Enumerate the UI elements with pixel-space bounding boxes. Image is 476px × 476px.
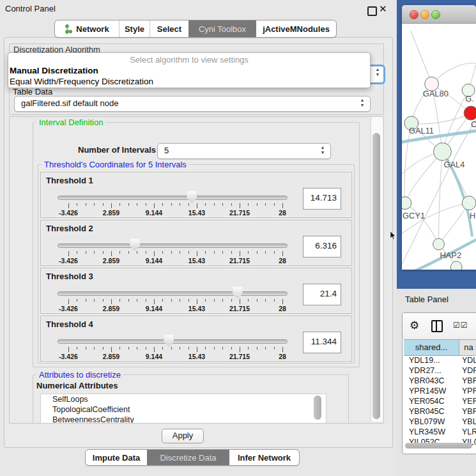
network-edge[interactable] <box>432 63 476 84</box>
select-columns-icon[interactable]: ☑☑ <box>453 321 468 330</box>
table-data-combobox[interactable]: galFiltered.sif default node ▲▼ <box>14 96 371 112</box>
tab-style[interactable]: Style <box>119 20 150 37</box>
shared-name-cell[interactable]: YBR045C <box>404 406 459 417</box>
algorithm-popup-item-manual[interactable]: Manual Discretization <box>10 66 98 75</box>
table-row[interactable]: YLR345WYLR3 <box>404 427 476 437</box>
table-row[interactable]: YBR043CYBR0 <box>404 376 476 386</box>
threshold-4-slider-thumb[interactable] <box>164 335 174 347</box>
table-row[interactable]: YER054CYER0 <box>404 396 476 406</box>
slider-tick-label: -3.426 <box>49 209 88 217</box>
zoom-traffic-light-icon[interactable] <box>431 10 440 19</box>
network-node[interactable] <box>462 196 476 210</box>
tab-infer-network[interactable]: Infer Network <box>229 450 299 465</box>
table-row[interactable]: YBL079WYBL0 <box>404 417 476 427</box>
column-header-name[interactable]: na <box>459 340 476 355</box>
shared-name-cell[interactable]: YDL19... <box>404 355 459 365</box>
tab-discretize-data[interactable]: Discretize Data <box>147 450 229 465</box>
slider-tick-label: 2.859 <box>92 257 130 265</box>
shared-name-cell[interactable]: YDR27... <box>404 365 459 376</box>
column-header-shared-name[interactable]: shared... <box>404 340 459 355</box>
attributes-group-title: Attributes to discretize <box>36 370 123 380</box>
interval-definition-title: Interval Definition <box>36 118 105 127</box>
slider-tick <box>205 203 206 206</box>
threshold-2-slider-thumb[interactable] <box>130 239 140 251</box>
network-edge[interactable] <box>439 203 470 244</box>
close-traffic-light-icon[interactable] <box>410 10 418 19</box>
slider-tick <box>205 347 206 349</box>
slider-tick <box>188 347 189 349</box>
shared-name-cell[interactable]: YBR043C <box>404 376 459 386</box>
network-window-titlebar[interactable] <box>402 5 476 24</box>
attribute-item[interactable]: TopologicalCoefficient <box>41 404 326 415</box>
numerical-attributes-label: Numerical Attributes <box>36 381 118 390</box>
attribute-item[interactable]: SelfLoops <box>41 394 326 404</box>
shared-name-cell[interactable]: YPR145W <box>404 386 459 396</box>
shared-name-cell[interactable]: YBL079W <box>404 417 459 427</box>
apply-button[interactable]: Apply <box>162 429 204 443</box>
tab-network[interactable]: Network <box>55 20 119 37</box>
name-cell[interactable]: YBR0 <box>459 376 476 386</box>
network-node[interactable] <box>402 197 411 210</box>
slider-tick <box>197 299 197 304</box>
network-node[interactable] <box>433 238 445 250</box>
threshold-2-value-field[interactable]: 6.316 <box>303 236 341 257</box>
name-cell[interactable]: YBL0 <box>459 417 476 427</box>
settings-panel: Interval Definition Number of Intervals … <box>9 116 384 424</box>
attributes-list-scrollbar[interactable] <box>314 395 321 420</box>
table-horizontal-scrollbar[interactable] <box>405 443 472 449</box>
attribute-item[interactable]: BetweennessCentrality <box>41 415 326 424</box>
network-window: GAL80G.CGAL11GAL4GCY1HHAP2 <box>402 5 476 270</box>
thresholds-group-title: Threshold's Coordinates for 5 Intervals <box>42 160 189 169</box>
network-node[interactable] <box>450 261 462 270</box>
gear-icon[interactable]: ⚙ <box>410 319 419 332</box>
number-of-intervals-combobox[interactable]: 5 ▲▼ <box>157 143 331 159</box>
table-row[interactable]: YDL19...YDL1 <box>404 355 476 365</box>
network-node-label: GCY1 <box>403 211 425 220</box>
threshold-3-value-field[interactable]: 21.4 <box>303 284 341 305</box>
network-node[interactable] <box>434 143 452 161</box>
tab-impute-data[interactable]: Impute Data <box>86 450 147 465</box>
shared-name-cell[interactable]: YLR345W <box>404 427 459 437</box>
threshold-4-value-field[interactable]: 11.344 <box>303 332 341 353</box>
slider-tick <box>265 347 266 349</box>
settings-scrollbar-thumb[interactable] <box>372 133 380 419</box>
tab-infer-network-label: Infer Network <box>238 453 291 463</box>
table-row[interactable]: YBR045CYBR0 <box>404 406 476 417</box>
network-canvas[interactable]: GAL80G.CGAL11GAL4GCY1HHAP2 <box>402 24 476 270</box>
threshold-1-value-field[interactable]: 14.713 <box>303 188 341 210</box>
network-edge[interactable] <box>411 31 432 84</box>
tab-cyni-toolbox[interactable]: Cyni Toolbox <box>188 20 256 37</box>
tab-select[interactable]: Select <box>150 20 188 37</box>
numerical-attributes-list: SelfLoopsTopologicalCoefficientBetweenne… <box>40 394 326 424</box>
network-edge[interactable] <box>411 113 471 124</box>
minimize-traffic-light-icon[interactable] <box>420 10 429 19</box>
network-node[interactable] <box>464 106 476 120</box>
algorithm-popup-hint[interactable]: Select algorithm to view settings <box>8 55 370 65</box>
name-cell[interactable]: YDL1 <box>459 355 476 365</box>
tab-jactivemnodules[interactable]: jActiveMNodules <box>256 20 336 37</box>
shared-name-cell[interactable]: YER054C <box>404 396 459 406</box>
slider-tick <box>68 251 69 256</box>
columns-icon[interactable] <box>431 320 443 332</box>
table-row[interactable]: YDR27...YDR2 <box>404 365 476 376</box>
network-edge[interactable] <box>405 151 442 203</box>
network-edge[interactable] <box>439 151 443 244</box>
slider-tick <box>111 251 112 256</box>
float-window-icon[interactable] <box>367 6 377 16</box>
threshold-3-slider-thumb[interactable] <box>233 287 243 299</box>
table-row[interactable]: YPR145WYPR1 <box>404 386 476 396</box>
name-cell[interactable]: YPR1 <box>459 386 476 396</box>
algorithm-popup-item-equal-width[interactable]: Equal Width/Frequency Discretization <box>10 77 153 86</box>
threshold-1-box: Threshold 1 -3.4262.8599.14415.4321.7152… <box>40 172 352 218</box>
slider-tick <box>257 251 257 254</box>
slider-tick <box>111 347 112 352</box>
threshold-1-slider-thumb[interactable] <box>187 191 197 203</box>
name-cell[interactable]: YLR3 <box>459 427 476 437</box>
name-cell[interactable]: YDR2 <box>459 365 476 376</box>
slider-tick <box>231 251 232 254</box>
name-cell[interactable]: YER0 <box>459 396 476 406</box>
slider-tick-label: 9.144 <box>135 257 173 265</box>
close-icon[interactable]: ✕ <box>379 3 387 15</box>
slider-tick <box>68 347 69 352</box>
name-cell[interactable]: YBR0 <box>459 406 476 417</box>
